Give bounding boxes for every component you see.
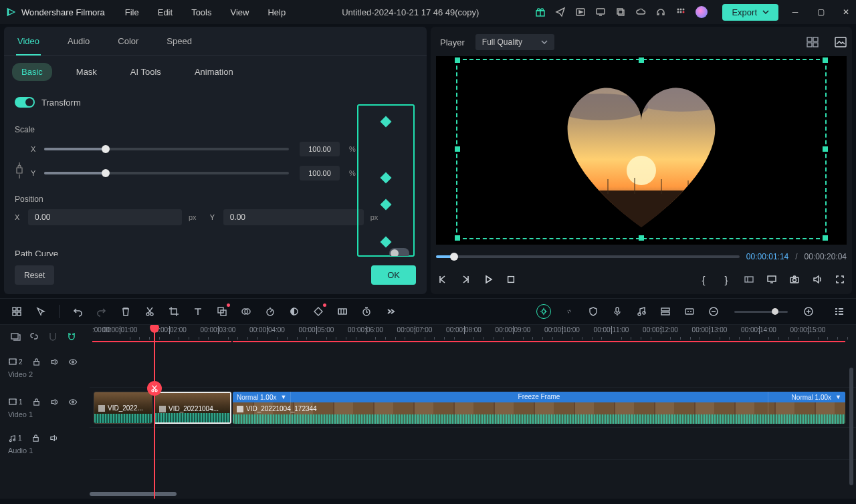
close-button[interactable]: ✕ <box>841 7 851 17</box>
music-icon[interactable] <box>635 305 647 318</box>
minimize-button[interactable]: ─ <box>790 7 800 17</box>
mark-in-icon[interactable]: { <box>697 273 710 285</box>
keyframe-tool-icon[interactable] <box>312 305 324 318</box>
more-tools-icon[interactable] <box>385 305 397 318</box>
sparkle-icon[interactable] <box>563 305 575 318</box>
menu-help[interactable]: Help <box>268 7 286 17</box>
zoom-out-icon[interactable] <box>708 305 720 318</box>
tab-speed[interactable]: Speed <box>165 28 193 54</box>
lock-ratio-icon[interactable] <box>15 161 24 170</box>
zoom-in-icon[interactable] <box>802 305 815 318</box>
keyframe-scale-x[interactable] <box>381 172 392 184</box>
shield-icon[interactable] <box>587 305 599 318</box>
undo-icon[interactable] <box>72 305 84 318</box>
headset-icon[interactable] <box>655 7 666 17</box>
next-frame-icon[interactable] <box>459 273 472 285</box>
layout-grid-icon[interactable] <box>807 37 819 47</box>
mute-icon[interactable] <box>50 398 59 406</box>
menu-view[interactable]: View <box>230 7 249 17</box>
stop-icon[interactable] <box>504 273 518 285</box>
play-icon[interactable] <box>481 273 495 285</box>
speed-tool-icon[interactable] <box>264 305 276 318</box>
subtab-aitools[interactable]: AI Tools <box>121 63 171 81</box>
magnet-icon[interactable] <box>66 330 78 342</box>
display-icon[interactable] <box>765 273 778 285</box>
clip-vid-a[interactable]: VID_2022... <box>94 392 152 424</box>
layers-icon[interactable] <box>615 7 626 17</box>
subtab-basic[interactable]: Basic <box>12 63 52 81</box>
cursor-tool-icon[interactable] <box>35 305 47 318</box>
export-button[interactable]: Export <box>722 4 778 21</box>
timer-icon[interactable] <box>360 305 372 318</box>
quality-dropdown[interactable]: Full Quality <box>475 34 554 50</box>
maximize-button[interactable]: ▢ <box>816 7 825 17</box>
scale-y-input[interactable] <box>300 166 340 180</box>
shapes-icon[interactable] <box>216 305 228 318</box>
keyframe-transform[interactable] <box>381 116 392 128</box>
tab-color[interactable]: Color <box>116 28 140 54</box>
snap-icon[interactable] <box>47 330 59 342</box>
tab-audio[interactable]: Audio <box>66 28 91 54</box>
playback-scrubber[interactable] <box>436 255 740 258</box>
zoom-slider[interactable] <box>734 311 788 313</box>
mute-icon[interactable] <box>49 434 58 443</box>
mute-icon[interactable] <box>50 358 59 366</box>
lock-icon[interactable] <box>31 434 40 443</box>
lane-video2[interactable] <box>90 348 856 388</box>
menu-tools[interactable]: Tools <box>191 7 211 17</box>
clip-vid-b[interactable]: VID_20221004... <box>154 392 231 424</box>
lock-icon[interactable] <box>32 358 41 366</box>
time-ruler[interactable]: :00:00 00:00:01:0000:00:02:0000:00:03:00… <box>90 325 856 348</box>
lane-video1[interactable]: VID_2022... VID_20221004... Normal 1.00x… <box>90 388 856 428</box>
grid-tool-icon[interactable] <box>11 305 23 318</box>
fullscreen-icon[interactable] <box>833 273 847 285</box>
transform-toggle[interactable] <box>15 97 35 108</box>
selection-bounds[interactable] <box>456 59 827 239</box>
snapshot-view-icon[interactable] <box>835 37 847 47</box>
ratio-icon[interactable] <box>742 273 756 285</box>
timeline-body[interactable]: :00:00 00:00:01:0000:00:02:0000:00:03:00… <box>90 325 856 499</box>
delete-icon[interactable] <box>120 305 132 318</box>
horizontal-scrollbar[interactable] <box>90 492 848 497</box>
scale-x-input[interactable] <box>300 142 340 156</box>
menu-edit[interactable]: Edit <box>158 7 173 17</box>
scale-y-slider[interactable] <box>44 172 289 174</box>
keyframe-scale-y[interactable] <box>381 199 392 211</box>
apps-icon[interactable] <box>675 7 686 17</box>
pos-x-input[interactable] <box>28 209 182 225</box>
scale-x-slider[interactable] <box>44 148 289 150</box>
prev-frame-icon[interactable] <box>436 273 449 285</box>
tab-video[interactable]: Video <box>16 28 41 55</box>
reset-button[interactable]: Reset <box>15 265 54 285</box>
effects-icon[interactable] <box>240 305 252 318</box>
subtab-mask[interactable]: Mask <box>67 63 106 81</box>
vertical-scrollbar[interactable] <box>849 368 853 485</box>
playhead[interactable] <box>154 325 155 499</box>
color-tool-icon[interactable] <box>288 305 300 318</box>
eye-icon[interactable] <box>68 358 78 366</box>
text-icon[interactable] <box>192 305 204 318</box>
mark-out-icon[interactable]: } <box>720 273 733 285</box>
media-icon[interactable] <box>575 7 586 17</box>
cloud-icon[interactable] <box>635 7 646 17</box>
list-view-icon[interactable] <box>833 305 845 318</box>
gift-icon[interactable] <box>535 7 546 17</box>
camera-icon[interactable] <box>788 273 801 285</box>
track-icon[interactable] <box>659 305 671 318</box>
subtab-animation[interactable]: Animation <box>185 63 243 81</box>
user-avatar[interactable] <box>696 6 708 18</box>
pos-y-input[interactable] <box>223 209 364 225</box>
ai-badge-icon[interactable] <box>536 304 551 319</box>
path-curve-toggle[interactable] <box>389 248 409 256</box>
link-track-icon[interactable] <box>28 330 40 342</box>
cut-icon[interactable] <box>144 305 156 318</box>
add-track-icon[interactable] <box>9 330 21 342</box>
menu-file[interactable]: File <box>125 7 139 17</box>
keyframe-position[interactable] <box>381 237 392 248</box>
eye-icon[interactable] <box>68 398 78 406</box>
clip-vid-c[interactable]: Normal 1.00x ▼ Normal 1.00x ▼ Freeze Fra… <box>233 392 845 424</box>
ok-button[interactable]: OK <box>371 265 416 285</box>
volume-icon[interactable] <box>811 273 824 285</box>
lock-icon[interactable] <box>32 398 41 406</box>
caption-icon[interactable] <box>683 305 696 318</box>
